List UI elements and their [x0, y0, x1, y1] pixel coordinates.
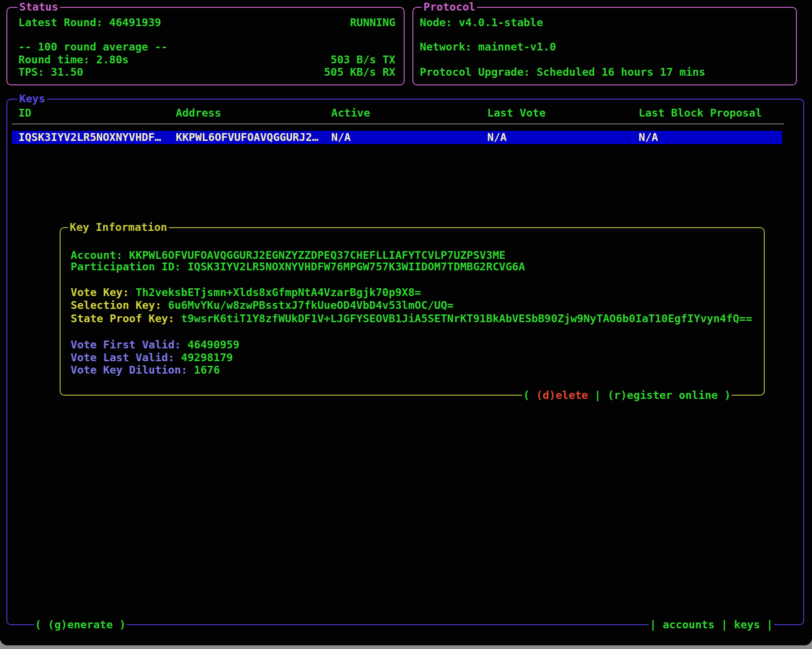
register-online-control[interactable]: (r)egister online [607, 389, 718, 402]
tps-value: TPS: 31.50 [18, 66, 83, 78]
participation-id-label: Participation ID: [71, 260, 188, 273]
account-label: Account: [71, 249, 129, 262]
header-separator [12, 123, 784, 124]
participation-id-value: IQSK3IYV2LR5NOXNYVHDFW76MPGW757K3WIIDOM7… [188, 260, 525, 273]
row-cell-last-vote: N/A [487, 131, 506, 144]
key-actions-close-paren: ) [718, 389, 731, 402]
protocol-panel: Protocol Node: v4.0.1-stable Network: ma… [412, 7, 797, 85]
row-cell-last-block-proposal: N/A [639, 131, 658, 144]
vote-first-valid-value: 46490959 [188, 338, 239, 351]
node-state-badge: RUNNING [350, 16, 395, 29]
protocol-upgrade-value: Protocol Upgrade: Scheduled 16 hours 17 … [420, 66, 706, 78]
generate-key-control[interactable]: ( (g)enerate ) [34, 618, 127, 631]
vote-first-valid-label: Vote First Valid: [71, 338, 188, 351]
nav-pipe-left: | [650, 618, 656, 631]
node-version-value: Node: v4.0.1-stable [420, 16, 543, 29]
key-actions-separator: | [588, 389, 607, 402]
keys-panel: Keys ID Address Active Last Vote Last Bl… [6, 99, 804, 625]
network-value: Network: mainnet-v1.0 [420, 40, 556, 53]
status-panel-title: Status [17, 0, 60, 13]
selection-key-label: Selection Key: [71, 299, 168, 312]
vote-last-valid-line: Vote Last Valid: 49298179 [71, 351, 233, 364]
key-actions-open-paren: ( [523, 389, 536, 402]
row-cell-address: KKPWL6OFVUFOAVQGGURJ2… [176, 131, 318, 144]
delete-key-control[interactable]: (d)elete [536, 389, 588, 402]
status-panel: Status Latest Round: 46491939 RUNNING --… [6, 7, 405, 85]
vote-key-dilution-line: Vote Key Dilution: 1676 [71, 364, 220, 376]
vote-key-dilution-label: Vote Key Dilution: [71, 364, 194, 376]
key-information-title: Key Information [68, 221, 169, 234]
account-line: Account: KKPWL6OFVUFOAVQGGURJ2EGNZYZZDPE… [71, 249, 506, 262]
vote-key-label: Vote Key: [71, 286, 135, 299]
protocol-panel-title: Protocol [422, 0, 477, 13]
selection-key-line: Selection Key: 6u6MvYKu/w8zwPBsstxJ7fkUu… [71, 299, 454, 312]
terminal-window: Status Latest Round: 46491939 RUNNING --… [0, 0, 812, 645]
state-proof-key-value: t9wsrK6tiT1Y8zfWUkDF1V+LJGFYSEOVB1JiA5SE… [181, 312, 752, 325]
key-actions: ( (d)elete | (r)egister online ) [522, 389, 732, 402]
key-table-row-selected[interactable]: IQSK3IYV2LR5NOXNYVHDF… KKPWL6OFVUFOAVQGG… [12, 131, 782, 144]
bottom-nav: | accounts | keys | [649, 618, 774, 631]
state-proof-key-label: State Proof Key: [71, 312, 181, 325]
selection-key-value: 6u6MvYKu/w8zwPBsstxJ7fkUueOD4VbD4v53lmOC… [168, 299, 454, 312]
state-proof-key-line: State Proof Key: t9wsrK6tiT1Y8zfWUkDF1V+… [71, 312, 752, 325]
vote-key-dilution-value: 1676 [194, 364, 220, 376]
vote-key-line: Vote Key: Th2veksbETjsmn+Xlds8xGfmpNtA4V… [71, 286, 421, 299]
vote-last-valid-label: Vote Last Valid: [71, 351, 181, 364]
row-cell-active: N/A [331, 131, 350, 144]
column-header-last-vote: Last Vote [487, 106, 545, 119]
tx-rate-value: 503 B/s TX [331, 53, 395, 66]
column-header-active: Active [331, 106, 370, 119]
round-average-header: -- 100 round average -- [18, 40, 167, 53]
key-information-panel: Key Information Account: KKPWL6OFVUFOAVQ… [60, 227, 765, 396]
vote-key-value: Th2veksbETjsmn+Xlds8xGfmpNtA4VzarBgjk70p… [135, 286, 421, 299]
nav-tab-keys[interactable]: keys [728, 618, 767, 631]
account-value: KKPWL6OFVUFOAVQGGURJ2EGNZYZZDPEQ37CHEFLL… [129, 249, 506, 262]
latest-round-value: Latest Round: 46491939 [18, 16, 161, 29]
nav-pipe-right: | [767, 618, 773, 631]
nav-tab-accounts[interactable]: accounts [656, 618, 721, 631]
column-header-address: Address [176, 106, 221, 119]
participation-id-line: Participation ID: IQSK3IYV2LR5NOXNYVHDFW… [71, 260, 525, 273]
nav-pipe-middle: | [721, 618, 728, 631]
keys-panel-title: Keys [17, 92, 47, 105]
vote-first-valid-line: Vote First Valid: 46490959 [71, 338, 239, 351]
vote-last-valid-value: 49298179 [181, 351, 233, 364]
column-header-id: ID [18, 106, 31, 119]
column-header-last-block-proposal: Last Block Proposal [639, 106, 762, 119]
rx-rate-value: 505 KB/s RX [324, 66, 395, 78]
round-time-value: Round time: 2.80s [18, 53, 129, 66]
row-cell-id: IQSK3IYV2LR5NOXNYVHDF… [18, 131, 161, 144]
